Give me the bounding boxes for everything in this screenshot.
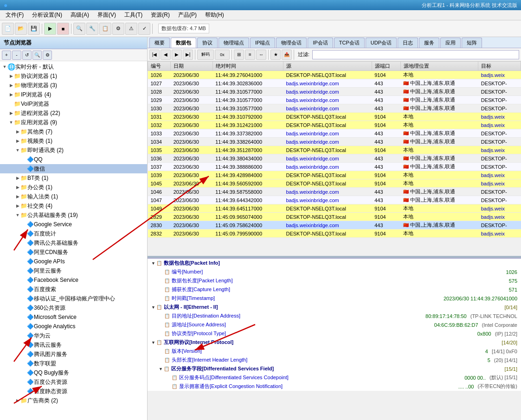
detail-label[interactable]: 版本[Version] bbox=[172, 348, 202, 355]
tab-物理会话[interactable]: 物理会话 bbox=[276, 38, 307, 48]
tree-item-qqbugly[interactable]: 🔷 QQ Bugly服务 bbox=[0, 368, 147, 377]
expand-btn[interactable]: ▶ bbox=[8, 73, 14, 79]
expand-btn[interactable]: ▼ bbox=[15, 147, 20, 153]
pkt-export[interactable]: 📤 bbox=[282, 50, 292, 60]
toolbar-filter3[interactable]: 📋 bbox=[99, 23, 111, 35]
toolbar-filter4[interactable]: ⚙ bbox=[112, 23, 124, 35]
expand-btn[interactable]: ▶ bbox=[15, 138, 20, 144]
tree-item-voip[interactable]: 📁 VoIP浏览器 bbox=[0, 99, 147, 108]
detail-expand-btn[interactable]: ▼ bbox=[151, 340, 155, 345]
col-src[interactable]: 源 bbox=[283, 62, 372, 71]
tree-settings[interactable]: ⚙ bbox=[43, 51, 52, 60]
toolbar-check[interactable]: ✓ bbox=[138, 23, 150, 35]
tab-短阵[interactable]: 短阵 bbox=[462, 38, 482, 48]
tree-search[interactable]: 🔍 bbox=[32, 51, 42, 60]
col-loc[interactable]: 源地理位置 bbox=[400, 62, 478, 71]
detail-field-row[interactable]: 📋 目的地址[Destination Address] 80:89:17:14:… bbox=[148, 312, 521, 320]
tree-item-video[interactable]: ▶ 📁 视频类 (1) bbox=[0, 136, 147, 146]
tree-item-baidusearch[interactable]: 🔷 百度搜索 bbox=[0, 285, 147, 294]
detail-label[interactable]: 捕获长度[Capture Length] bbox=[172, 286, 230, 293]
expand-btn[interactable]: ▶ bbox=[15, 194, 20, 199]
menu-tools[interactable]: 工具(T) bbox=[121, 10, 146, 20]
pkt-next[interactable]: ▶ bbox=[172, 50, 182, 60]
detail-field-row[interactable]: 📋 捕获长度[Capture Length] 571 bbox=[148, 285, 521, 294]
menu-view[interactable]: 界面(V) bbox=[94, 10, 120, 20]
tree-item-wechat[interactable]: 🔷 微信 bbox=[0, 164, 147, 173]
tree-item-googleapi[interactable]: 🔷 Google APIs bbox=[0, 257, 147, 266]
tab-概要[interactable]: 概要 bbox=[149, 38, 170, 48]
table-row[interactable]: 1027 2023/06/30 11:44:39.302836000 badjs… bbox=[148, 79, 521, 88]
tab-应用[interactable]: 应用 bbox=[440, 38, 461, 48]
toolbar-filter1[interactable]: 🔍 bbox=[73, 23, 85, 35]
detail-label[interactable]: 区分服务码点[Differentiated Services Codepoint… bbox=[179, 374, 289, 381]
packet-table-scroll[interactable]: 编号 日期 绝对时间 源 源端口 源地理位置 目标 1026 2023/06/3… bbox=[148, 61, 521, 256]
tree-item-protocol[interactable]: ▶ 📁 协议浏览器 (1) bbox=[0, 71, 147, 81]
tree-item-facebook[interactable]: 🔷 Facebook Service bbox=[0, 275, 147, 285]
detail-expand-btn[interactable]: ▼ bbox=[151, 261, 155, 266]
toolbar-stop[interactable]: ■ bbox=[57, 23, 69, 35]
table-row[interactable]: 1028 2023/06/30 11:44:39.310577000 badjs… bbox=[148, 88, 521, 96]
table-row[interactable]: 1034 2023/06/30 11:44:39.338264000 badjs… bbox=[148, 138, 521, 146]
table-row[interactable]: 1049 2023/06/30 11:44:39.645117000 DESKT… bbox=[148, 204, 521, 213]
detail-field-row[interactable]: 📋 源地址[Source Address] 04:6C:59:BB:62:D7(… bbox=[148, 320, 521, 329]
tree-item-huaweicloud[interactable]: 🔷 华为云 bbox=[0, 331, 147, 340]
tab-TCP会话[interactable]: TCP会话 bbox=[334, 38, 365, 48]
table-row[interactable]: 2829 2023/06/30 11:45:09.965074000 DESKT… bbox=[148, 213, 521, 221]
tree-item-process[interactable]: ▶ 📁 进程浏览器 (22) bbox=[0, 108, 147, 118]
tree-item-alicdn[interactable]: 🔷 阿里CDN服务 bbox=[0, 248, 147, 257]
detail-label[interactable]: 显示拥塞通告[Explicit Congestion Notification] bbox=[179, 383, 283, 390]
col-date[interactable]: 日期 bbox=[171, 62, 212, 71]
table-row[interactable]: 1036 2023/06/30 11:44:39.380434000 badjs… bbox=[148, 154, 521, 163]
tab-UDP会话[interactable]: UDP会话 bbox=[366, 38, 397, 48]
tree-item-app[interactable]: ▼ 📁 应用浏览器 (9) bbox=[0, 118, 147, 127]
filter-input[interactable] bbox=[312, 50, 519, 59]
toolbar-save[interactable]: 💾 bbox=[28, 23, 40, 35]
pkt-last[interactable]: ▶| bbox=[183, 50, 193, 60]
detail-section-row[interactable]: ▼ 📋 以太网 - II[Ethernet - II] [0/14] bbox=[148, 303, 521, 312]
detail-label[interactable]: 目的地址[Destination Address] bbox=[172, 312, 240, 319]
pkt-hex[interactable]: 0x bbox=[215, 50, 230, 60]
detail-label[interactable]: 数据包长度[Packet Length] bbox=[172, 277, 232, 284]
tree-item-microsoft[interactable]: 🔷 Microsoft Service bbox=[0, 312, 147, 322]
pkt-prev[interactable]: ◀ bbox=[161, 50, 171, 60]
pkt-first[interactable]: |◀ bbox=[149, 50, 160, 60]
table-row[interactable]: 1046 2023/06/30 11:44:39.587558000 badjs… bbox=[148, 188, 521, 196]
pkt-column[interactable]: ⊞ bbox=[234, 50, 244, 60]
col-num[interactable]: 编号 bbox=[148, 62, 171, 71]
tree-item-aliyun[interactable]: 🔷 阿里云服务 bbox=[0, 266, 147, 275]
tree-item-tencentbase[interactable]: 🔷 腾讯公共基础服务 bbox=[0, 238, 147, 248]
toolbar-capture[interactable]: ▶ bbox=[44, 23, 56, 35]
table-row[interactable]: 1039 2023/06/30 11:44:39.428984000 DESKT… bbox=[148, 171, 521, 179]
detail-expand-btn[interactable]: ▼ bbox=[159, 367, 163, 371]
table-row[interactable]: 1037 2023/06/30 11:44:39.388886000 badjs… bbox=[148, 163, 521, 171]
tree-item-tencentcloud[interactable]: 🔷 腾讯云服务 bbox=[0, 340, 147, 350]
menu-product[interactable]: 产品(P) bbox=[174, 10, 200, 20]
menu-file[interactable]: 文件(F) bbox=[2, 10, 27, 20]
pkt-mark[interactable]: ★ bbox=[270, 50, 281, 60]
table-row[interactable]: 1032 2023/06/30 11:44:39.312421000 DESKT… bbox=[148, 121, 521, 129]
tab-日志[interactable]: 日志 bbox=[398, 38, 418, 48]
menu-analysis[interactable]: 分析设置(N) bbox=[28, 10, 66, 20]
expand-btn[interactable]: ▶ bbox=[8, 110, 14, 116]
tab-IP会话[interactable]: IP会话 bbox=[308, 38, 333, 48]
expand-btn[interactable]: ▼ bbox=[15, 212, 20, 218]
tree-item-baiducommon[interactable]: 🔷 百度公共资源 bbox=[0, 377, 147, 387]
col-time[interactable]: 绝对时间 bbox=[212, 62, 283, 71]
tab-协议[interactable]: 协议 bbox=[197, 38, 218, 48]
tree-item-realtime[interactable]: ▼ 🌐 实时分析 - 默认 bbox=[0, 62, 147, 71]
tree-expand-all[interactable]: + bbox=[2, 51, 11, 60]
toolbar-filter2[interactable]: 🔧 bbox=[86, 23, 98, 35]
detail-section-row[interactable]: ▼ 📋 区分服务字段[Differentiated Services Field… bbox=[148, 364, 521, 373]
tree-item-shuzicom[interactable]: 🔷 数字联盟 bbox=[0, 359, 147, 368]
expand-btn[interactable]: ▶ bbox=[8, 92, 14, 97]
table-row[interactable]: 1031 2023/06/30 11:44:39.310792000 DESKT… bbox=[148, 113, 521, 121]
table-row[interactable]: 1045 2023/06/30 11:44:39.560592000 DESKT… bbox=[148, 179, 521, 188]
tree-item-infra[interactable]: ▼ 📁 公共基础服务类 (19) bbox=[0, 210, 147, 220]
tree-item-googleanalytics[interactable]: 🔷 Google Analytics bbox=[0, 322, 147, 331]
expand-btn[interactable]: ▶ bbox=[15, 175, 20, 181]
tree-item-ip[interactable]: ▶ 📁 IP浏览器 (4) bbox=[0, 90, 147, 99]
tree-item-im[interactable]: ▼ 📁 即时通讯类 (2) bbox=[0, 146, 147, 155]
detail-section-row[interactable]: ▼ 📋 互联网协议[Internet Protocol] [14/20] bbox=[148, 338, 521, 347]
tree-collapse-all[interactable]: - bbox=[12, 51, 21, 60]
col-srcport[interactable]: 源端口 bbox=[372, 62, 400, 71]
